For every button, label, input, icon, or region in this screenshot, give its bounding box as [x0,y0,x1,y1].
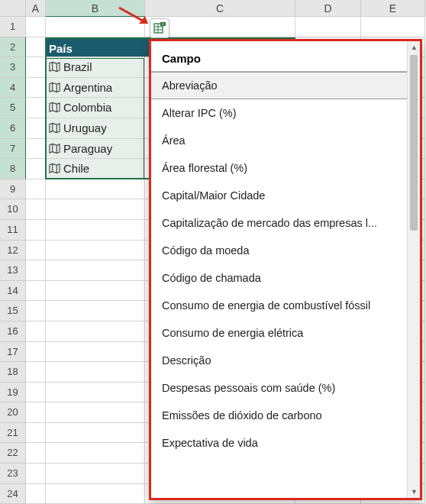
cell[interactable] [295,17,361,37]
popup-item[interactable]: Despesas pessoais com saúde (%) [151,374,407,402]
cell[interactable] [26,57,46,78]
cell[interactable] [26,78,46,99]
cell[interactable] [46,342,145,363]
row-header[interactable]: 16 [0,321,26,342]
cell[interactable] [26,118,46,139]
country-cell[interactable]: Colombia [46,98,145,118]
popup-item[interactable]: Área [151,127,407,154]
row-header[interactable]: 14 [0,281,26,302]
cell[interactable] [46,402,145,423]
cell[interactable] [46,321,145,342]
col-header-B[interactable]: B [46,0,145,17]
row-header[interactable]: 17 [0,342,26,363]
cell[interactable] [46,241,145,261]
select-all-corner[interactable] [0,0,26,17]
row-header[interactable]: 1 [0,17,26,37]
row-header[interactable]: 11 [0,220,26,241]
cell[interactable] [46,199,145,220]
row-header[interactable]: 8 [0,159,26,179]
cell[interactable] [26,98,46,118]
cell[interactable] [46,179,145,200]
cell[interactable] [26,37,46,58]
country-cell[interactable]: Argentina [46,78,145,99]
row-header[interactable]: 18 [0,362,26,383]
cell[interactable] [26,464,46,484]
row-header[interactable]: 21 [0,423,26,444]
scroll-thumb[interactable] [410,55,418,231]
cell[interactable] [46,464,145,484]
popup-item[interactable]: Emissões de dióxido de carbono [151,402,407,429]
row-header[interactable]: 22 [0,443,26,464]
row-header[interactable]: 5 [0,98,26,118]
row-header[interactable]: 9 [0,179,26,200]
popup-item[interactable]: Código da moeda [151,237,407,264]
country-cell[interactable]: Uruguay [46,118,145,139]
popup-item[interactable]: Consumo de energia de combustível fóssil [151,292,407,319]
row-header[interactable]: 24 [0,484,26,504]
cell[interactable] [26,241,46,261]
popup-item[interactable]: Abreviação [151,72,407,99]
popup-item[interactable]: Capital/Maior Cidade [151,182,407,209]
col-header-E[interactable]: E [361,0,425,17]
row-header[interactable]: 10 [0,199,26,220]
row-header[interactable]: 19 [0,383,26,403]
scroll-up-arrow-icon[interactable]: ▲ [408,41,421,53]
insert-data-button[interactable]: + [150,18,169,38]
cell[interactable] [46,484,145,504]
scroll-down-arrow-icon[interactable]: ▼ [408,486,421,498]
col-header-C[interactable]: C [145,0,295,17]
row-header[interactable]: 6 [0,118,26,139]
popup-item[interactable]: Descrição [151,347,407,374]
cell[interactable] [26,321,46,342]
cell[interactable] [46,281,145,302]
cell[interactable] [46,383,145,403]
country-cell[interactable]: Chile [46,159,145,179]
cell[interactable] [26,402,46,423]
cell[interactable] [46,362,145,383]
row-header[interactable]: 13 [0,260,26,281]
cell[interactable] [26,199,46,220]
row-header[interactable]: 2 [0,37,26,58]
row-header[interactable]: 4 [0,78,26,99]
popup-item[interactable]: Expectativa de vida [151,429,407,457]
cell[interactable] [26,423,46,444]
cell[interactable] [26,301,46,321]
cell[interactable] [26,159,46,179]
row-header[interactable]: 20 [0,402,26,423]
popup-item[interactable]: Alterar IPC (%) [151,99,407,127]
row-header[interactable]: 23 [0,464,26,484]
popup-item[interactable]: Área florestal (%) [151,154,407,182]
cell[interactable] [26,362,46,383]
cell[interactable] [26,342,46,363]
row-header[interactable]: 15 [0,301,26,321]
cell[interactable] [46,260,145,281]
popup-scrollbar[interactable]: ▲ ▼ [407,41,420,498]
row-header[interactable]: 7 [0,139,26,160]
col-header-A[interactable]: A [26,0,46,17]
cell[interactable] [46,17,145,37]
cell[interactable] [46,443,145,464]
row-header[interactable]: 12 [0,241,26,261]
cell[interactable] [26,179,46,200]
country-cell[interactable]: Paraguay [46,139,145,160]
col-header-D[interactable]: D [295,0,361,17]
cell[interactable] [26,139,46,160]
table-header-cell[interactable]: País [46,37,145,58]
field-chooser-popup: Campo Abreviação Alterar IPC (%) Área Ár… [149,39,422,500]
popup-item[interactable]: Código de chamada [151,264,407,292]
cell[interactable] [26,443,46,464]
cell[interactable] [46,220,145,241]
cell[interactable] [26,383,46,403]
popup-item[interactable]: Capitalização de mercado das empresas l.… [151,209,407,237]
cell[interactable] [26,484,46,504]
cell[interactable] [26,17,46,37]
cell[interactable] [46,301,145,321]
country-cell[interactable]: Brazil [46,57,145,78]
popup-item[interactable]: Consumo de energia elétrica [151,319,407,347]
cell[interactable] [26,281,46,302]
cell[interactable] [26,220,46,241]
cell[interactable] [26,260,46,281]
row-header[interactable]: 3 [0,57,26,78]
cell[interactable] [46,423,145,444]
cell[interactable] [361,17,425,37]
